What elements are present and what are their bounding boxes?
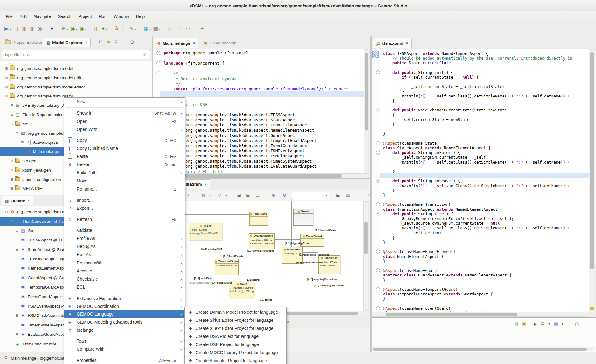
tree-expander[interactable]: ⊞: [10, 186, 14, 191]
view-menu-icon[interactable]: ▽: [115, 39, 118, 44]
menu-item-checkstyle[interactable]: Checkstyle›: [64, 275, 184, 283]
menu-item-replace-with[interactable]: Replace With›: [64, 259, 184, 267]
minimize-icon[interactable]: —: [122, 39, 126, 44]
menu-item-compare-with[interactable]: Compare With›: [64, 345, 184, 353]
diagram-class-transition[interactable]: ▤Transition▪action : EString●fire() : ES…: [318, 255, 340, 274]
tab-tfsm-odesign[interactable]: ▤ TFSM.odesign: [200, 38, 239, 47]
diagram-class-temporalguard[interactable]: ▤TemporalGuard▪afterDuration : EInt = 0: [215, 259, 239, 275]
fold-marker[interactable]: −: [156, 51, 160, 55]
diagram-class-fsmclock[interactable]: ▤FSMClock: [249, 212, 268, 226]
menu-item-ecl[interactable]: ECL›: [64, 283, 184, 291]
menu-item-profile-as[interactable]: Profile As›: [64, 234, 184, 242]
fold-marker[interactable]: −: [376, 202, 380, 206]
new-wizard-icon[interactable]: ▣: [4, 25, 9, 32]
menu-item-gemoc-modeling-advanced-tools[interactable]: ◉GEMOC Modeling advanced tools›: [64, 318, 184, 326]
close-icon[interactable]: ×: [85, 40, 87, 45]
fold-marker[interactable]: −: [376, 249, 380, 254]
chevron-down-icon[interactable]: ▾: [10, 28, 11, 31]
tree-expander[interactable]: ⊞: [15, 304, 19, 308]
submenu-item-create-sirius-editor-project-for-languag[interactable]: ✚Create Sirius Editor Project for langua…: [185, 316, 286, 324]
chevron-down-icon[interactable]: ▾: [85, 28, 87, 31]
close-icon[interactable]: ×: [287, 320, 289, 324]
menubar-help[interactable]: Help: [132, 13, 148, 20]
lock-icon[interactable]: ▣: [522, 321, 526, 326]
menu-item-melange[interactable]: ♻Melange›: [64, 326, 184, 334]
chevron-down-icon[interactable]: ▾: [149, 28, 151, 31]
chevron-down-icon[interactable]: ▾: [182, 28, 184, 31]
menu-item-gemoc-coordination[interactable]: ❖GEMOC Coordination›: [64, 302, 184, 310]
menu-item-validate[interactable]: Validate: [64, 226, 184, 234]
tab-main-melange[interactable]: ♻ Main.melange ×: [154, 38, 198, 48]
snapshot-icon[interactable]: ▣: [336, 193, 340, 198]
collapse-all-icon[interactable]: ⊟: [99, 39, 102, 44]
fold-marker[interactable]: −: [376, 141, 380, 145]
chevron-down-icon[interactable]: ▾: [106, 28, 107, 31]
chevron-down-icon[interactable]: ▾: [76, 28, 78, 31]
melange-vscrollbar[interactable]: [364, 49, 368, 173]
table-view-icon[interactable]: ▦: [153, 25, 158, 32]
new-view-icon[interactable]: ▧: [554, 321, 558, 326]
menu-item-acceleo[interactable]: Acceleo›: [64, 267, 184, 275]
chevron-down-icon[interactable]: ▾: [562, 321, 564, 326]
close-icon[interactable]: ×: [406, 41, 408, 45]
menubar-edit[interactable]: Edit: [16, 13, 30, 20]
copy-layout-icon[interactable]: ▥: [201, 193, 205, 198]
save-icon[interactable]: ▤: [13, 25, 18, 32]
menu-item-gemoc-language[interactable]: ❖GEMOC Language›: [64, 310, 184, 318]
chevron-down-icon[interactable]: ▾: [209, 193, 211, 198]
menu-item-move-[interactable]: Move...: [64, 177, 184, 185]
tree-expander[interactable]: ⊞: [10, 159, 14, 163]
close-icon[interactable]: ×: [193, 41, 195, 45]
scroll-thumb[interactable]: [386, 313, 517, 316]
tree-expander[interactable]: ⊞: [10, 103, 14, 107]
submenu-item-create-dsa-project-for-language[interactable]: ✚Create DSA Project for language: [185, 332, 286, 340]
menu-item-new[interactable]: New›: [64, 98, 184, 106]
tree-expander[interactable]: ⊟: [10, 219, 14, 223]
submenu-item-create-mocc-library-project-for-language[interactable]: ✚Create MOCC Library Project for languag…: [185, 348, 286, 357]
new-java-element-icon[interactable]: ▧: [143, 25, 148, 32]
build-package-icon[interactable]: ▦: [93, 25, 98, 32]
fold-marker[interactable]: −: [376, 212, 380, 216]
tree-expander[interactable]: ⊞: [15, 295, 19, 299]
tab-model-explorer[interactable]: ▥ Model Explorer ×: [43, 38, 91, 47]
menu-item-debug-as[interactable]: Debug As›: [64, 242, 184, 250]
link-with-editor-icon[interactable]: ⇄: [107, 39, 110, 44]
tree-expander[interactable]: ⊞: [10, 178, 14, 182]
menu-item-copy-qualified-name[interactable]: Copy Qualified Name: [64, 144, 184, 152]
save-all-icon[interactable]: ▥: [21, 25, 26, 32]
menu-item-exhaustive-exploration[interactable]: ✱Exhaustive Exploration›: [64, 294, 184, 303]
menu-item-delete[interactable]: ✖DeleteDelete: [64, 160, 184, 169]
tree-expander[interactable]: ⊞: [15, 323, 19, 327]
menu-item-open-with[interactable]: Open With›: [64, 125, 184, 133]
diagram-class-tfsm[interactable]: ▤TFSM●init() : EString●changeCurrentStat…: [189, 223, 222, 240]
close-icon[interactable]: ×: [205, 182, 207, 186]
menu-item-build-path[interactable]: Build Path›: [64, 169, 184, 177]
tree-expander[interactable]: ⊞: [15, 257, 19, 261]
scroll-thumb[interactable]: [590, 52, 594, 269]
submenu-item-create-animator-project-for-language[interactable]: ✚Create Animator Project for language: [185, 357, 286, 364]
melange-code-area[interactable]: package org.gemoc.sample.tfsm.xdsmllangu…: [160, 49, 364, 173]
menu-item-show-in[interactable]: Show InShift+Alt+W›: [64, 109, 184, 117]
tab-diagram[interactable]: diagram ×: [182, 179, 210, 189]
tree-expander[interactable]: ⊞: [10, 168, 14, 172]
xtend-code-area[interactable]: class TFSMAspect extends NamedElementAsp…: [380, 49, 589, 312]
tree-expander[interactable]: ⊟: [10, 122, 14, 126]
diagram-class-guard[interactable]: ▤Guard: [293, 209, 313, 226]
layout-icon[interactable]: ✦: [187, 193, 190, 198]
print-diagram-icon[interactable]: ▣: [246, 193, 250, 198]
scroll-thumb[interactable]: [364, 222, 368, 254]
fold-marker[interactable]: −: [376, 179, 380, 183]
open-catalog-icon[interactable]: ▤: [122, 25, 127, 32]
maximize-icon[interactable]: ▢: [575, 321, 579, 326]
fold-marker[interactable]: −: [376, 306, 380, 310]
tree-expander[interactable]: ⊞: [5, 66, 8, 70]
melange-hscrollbar[interactable]: [153, 173, 368, 178]
export-image-icon[interactable]: ▣: [237, 193, 241, 198]
print-icon[interactable]: ▦: [29, 25, 34, 32]
tree-item-org-gemoc-sample-tfsm-model-edit[interactable]: ⊞⚠org.gemoc.sample.tfsm.model.edit: [0, 73, 152, 82]
chevron-down-icon[interactable]: ▾: [225, 193, 227, 198]
menu-item-team[interactable]: Team›: [64, 337, 184, 345]
clear-filter-icon[interactable]: ⊗: [143, 52, 146, 56]
back-icon[interactable]: ↩: [177, 25, 181, 32]
xtend-hscrollbar[interactable]: [372, 312, 589, 317]
